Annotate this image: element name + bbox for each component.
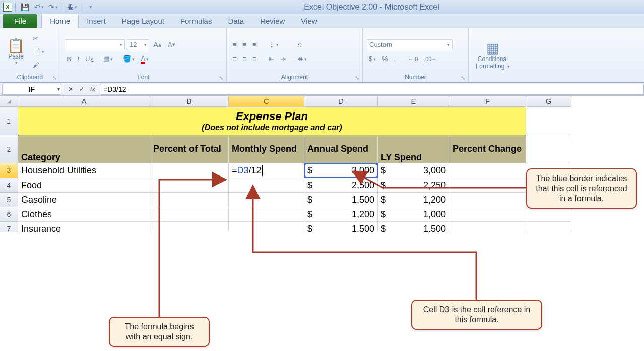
percent-format-icon[interactable]: % (380, 53, 390, 65)
cell-D5[interactable]: $1,500 (304, 193, 378, 207)
cell-F5[interactable] (449, 193, 526, 207)
number-format-combo[interactable]: Custom▾ (367, 39, 453, 50)
row-header-3[interactable]: 3 (0, 163, 18, 178)
increase-indent-icon[interactable]: ⇥ (278, 53, 288, 65)
cell-A4[interactable]: Food (18, 178, 150, 193)
title-cell[interactable]: Expense Plan (Does not include mortgage … (18, 107, 526, 135)
tab-view[interactable]: View (293, 14, 325, 28)
shrink-font-icon[interactable]: A▾ (166, 39, 177, 50)
grow-font-icon[interactable]: A▴ (151, 39, 164, 50)
cut-icon[interactable]: ✂ (31, 33, 46, 44)
enter-edit-icon[interactable]: ✓ (77, 84, 87, 94)
align-center-icon[interactable]: ≡ (241, 53, 249, 65)
col-header-B[interactable]: B (150, 96, 229, 107)
col-header-A[interactable]: A (18, 96, 150, 107)
cell-E3[interactable]: $3,000 (378, 163, 449, 178)
fill-color-icon[interactable]: 🪣▾ (121, 53, 137, 65)
col-header-E[interactable]: E (378, 96, 449, 107)
cell-B3[interactable] (150, 163, 229, 178)
col-header-C[interactable]: C (229, 96, 304, 107)
row-header-6[interactable]: 6 (0, 207, 18, 222)
redo-icon[interactable]: ↷▾ (47, 2, 59, 13)
cell-C6[interactable] (229, 207, 304, 222)
dialog-launcher-icon[interactable]: ⤡ (52, 75, 57, 81)
italic-button[interactable]: I (75, 53, 81, 65)
cell-D3[interactable]: $3,000 (304, 163, 378, 178)
bold-button[interactable]: B (65, 53, 73, 65)
header-percent-of-total[interactable]: Percent of Total (150, 135, 229, 163)
header-ly-spend[interactable]: LY Spend (378, 135, 449, 163)
cell-F6[interactable] (449, 207, 526, 222)
header-monthly-spend[interactable]: Monthly Spend (229, 135, 304, 163)
comma-format-icon[interactable]: , (392, 53, 398, 65)
borders-icon[interactable]: ▦▾ (101, 53, 115, 65)
cell-B4[interactable] (150, 178, 229, 193)
select-all-corner[interactable]: ◢ (0, 96, 18, 107)
tab-insert[interactable]: Insert (79, 14, 114, 28)
align-left-icon[interactable]: ≡ (231, 53, 239, 65)
cell-E7[interactable]: $1,500 (378, 222, 449, 232)
cell-A6[interactable]: Clothes (18, 207, 150, 222)
conditional-formatting-button[interactable]: ▦ Conditional Formatting ▾ (473, 40, 513, 71)
align-top-icon[interactable]: ≡ (231, 39, 239, 50)
font-size-combo[interactable]: 12▾ (127, 39, 149, 50)
row-header-7[interactable]: 7 (0, 222, 18, 232)
cell-A3[interactable]: Household Utilities (18, 163, 150, 178)
cell-A5[interactable]: Gasoline (18, 193, 150, 207)
cell[interactable] (526, 222, 571, 232)
cell[interactable] (526, 107, 571, 135)
header-annual-spend[interactable]: Annual Spend (304, 135, 378, 163)
cell-B5[interactable] (150, 193, 229, 207)
align-right-icon[interactable]: ≡ (250, 53, 259, 65)
cell-C7[interactable] (229, 222, 304, 232)
format-painter-icon[interactable]: 🖌 (31, 60, 46, 71)
cell[interactable] (526, 207, 571, 222)
undo-icon[interactable]: ↶▾ (33, 2, 45, 13)
cell-C5[interactable] (229, 193, 304, 207)
dialog-launcher-icon[interactable]: ⤡ (355, 75, 359, 81)
cell-F4[interactable] (449, 178, 526, 193)
customize-qat-icon[interactable]: ▾ (84, 2, 96, 13)
orientation-icon[interactable]: ⭭▾ (267, 39, 281, 50)
tab-page-layout[interactable]: Page Layout (114, 14, 172, 28)
decrease-indent-icon[interactable]: ⇤ (267, 53, 276, 65)
align-bottom-icon[interactable]: ≡ (250, 39, 259, 50)
cell-C4[interactable] (229, 178, 304, 193)
col-header-F[interactable]: F (449, 96, 526, 107)
align-middle-icon[interactable]: ≡ (241, 39, 249, 50)
row-header-1[interactable]: 1 (0, 107, 18, 135)
tab-home[interactable]: Home (41, 14, 79, 28)
formula-input[interactable]: =D3/12 (100, 84, 644, 95)
underline-button[interactable]: U▾ (83, 53, 95, 65)
cell-E4[interactable]: $2,250 (378, 178, 449, 193)
cell-E5[interactable]: $1,200 (378, 193, 449, 207)
tab-review[interactable]: Review (252, 14, 293, 28)
cell-E6[interactable]: $1,000 (378, 207, 449, 222)
paste-button[interactable]: 📋 Paste ▾ (4, 38, 28, 66)
cell-B6[interactable] (150, 207, 229, 222)
cell-D7[interactable]: $1,500 (304, 222, 378, 232)
cell-C3[interactable]: =D3/12 (229, 163, 304, 178)
chevron-down-icon[interactable]: ▾ (57, 86, 60, 92)
tab-data[interactable]: Data (220, 14, 252, 28)
row-header-2[interactable]: 2 (0, 135, 18, 163)
font-name-combo[interactable]: ▾ (65, 39, 125, 50)
header-percent-change[interactable]: Percent Change (449, 135, 526, 163)
dialog-launcher-icon[interactable]: ⤡ (461, 75, 465, 81)
tab-formulas[interactable]: Formulas (172, 14, 220, 28)
row-header-4[interactable]: 4 (0, 178, 18, 193)
tab-file[interactable]: File (3, 14, 37, 28)
font-color-icon[interactable]: A▾ (139, 53, 151, 65)
name-box[interactable]: IF▾ (2, 84, 61, 95)
print-icon[interactable]: 🖶▾ (66, 2, 78, 13)
cell-F7[interactable] (449, 222, 526, 232)
cell-D6[interactable]: $1,200 (304, 207, 378, 222)
cell-D4[interactable]: $2,500 (304, 178, 378, 193)
save-icon[interactable]: 💾 (19, 2, 31, 13)
accounting-format-icon[interactable]: $▾ (367, 53, 378, 65)
header-category[interactable]: Category (18, 135, 150, 163)
row-header-5[interactable]: 5 (0, 193, 18, 207)
cell-F3[interactable] (449, 163, 526, 178)
copy-icon[interactable]: 📄▾ (31, 46, 46, 57)
merge-center-icon[interactable]: ⬌▾ (296, 53, 309, 65)
